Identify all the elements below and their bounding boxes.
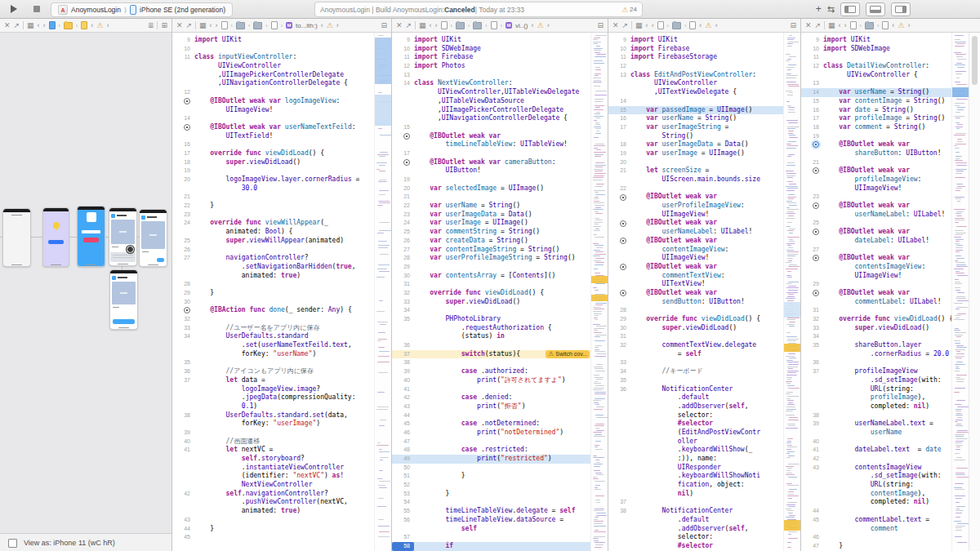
code-line[interactable]: 44 } <box>172 525 374 534</box>
line-number[interactable]: 34 <box>608 367 630 376</box>
line-number[interactable]: 48 <box>392 446 414 455</box>
code-line[interactable]: ,UITableViewDataSource <box>392 97 590 106</box>
code-line[interactable]: fication, object: <box>608 481 783 490</box>
code-line[interactable]: userNameLabel: UILabel! <box>608 228 783 237</box>
line-number[interactable]: 9 <box>392 36 414 45</box>
code-line[interactable]: 16 var date = String() <box>801 106 951 115</box>
code-line[interactable]: animated: Bool) { <box>172 228 374 237</box>
code-line[interactable]: 31 <box>801 306 951 315</box>
storyboard-screen-1[interactable] <box>2 208 31 267</box>
code-line[interactable]: 58 if <box>392 542 590 551</box>
toggle-inspector-button[interactable] <box>891 2 911 16</box>
forward-icon[interactable]: › <box>43 20 46 31</box>
code-line[interactable]: 33 super.viewDidLoad() <box>801 324 951 333</box>
line-number[interactable] <box>172 97 194 106</box>
swift-file-icon[interactable] <box>491 21 497 29</box>
run-button[interactable] <box>5 2 23 16</box>
code-line[interactable]: shareButton: UIButton! <box>801 149 951 158</box>
warning-icon[interactable]: ⚠ <box>705 21 711 29</box>
line-number[interactable]: 35 <box>801 341 823 350</box>
code-line[interactable]: 10import Firebase <box>608 45 783 54</box>
storyboard-screen-5[interactable] <box>139 209 167 267</box>
line-number[interactable]: 32 <box>392 289 414 298</box>
code-line[interactable]: commentLabel: UILabel! <box>801 298 951 307</box>
code-line[interactable]: commentTextView: <box>608 272 783 281</box>
line-number[interactable]: 12 <box>801 62 823 71</box>
code-line[interactable]: 36 <box>392 341 590 350</box>
ib-connection-icon[interactable] <box>403 133 410 140</box>
code-line[interactable]: 56 timeLineTableView.dataSource = <box>392 516 590 525</box>
code-line[interactable]: UITextView! <box>608 280 783 289</box>
code-line[interactable]: animated: true) <box>172 507 374 516</box>
folder-icon[interactable] <box>473 22 482 29</box>
code-line[interactable]: UIImageView! <box>608 211 783 220</box>
code-line[interactable]: contentImage), <box>801 490 951 499</box>
code-line[interactable]: 15 var passedImage = UIImage() <box>608 106 783 115</box>
forward-icon[interactable]: › <box>844 20 847 31</box>
code-line[interactable]: URL(string: <box>801 385 951 394</box>
line-number[interactable]: 28 <box>608 306 630 315</box>
line-number[interactable]: 10 <box>801 45 823 54</box>
code-line[interactable]: 14 var userName = String() <box>801 88 951 97</box>
forward-icon[interactable]: › <box>435 20 438 31</box>
code-line[interactable]: .keyboardWillShow(_ <box>608 446 783 455</box>
line-number[interactable] <box>801 202 823 211</box>
code-line[interactable]: self.storyboard? <box>172 455 374 464</box>
code-line[interactable]: 26 var createData = String() <box>392 237 590 246</box>
line-number[interactable]: 11 <box>608 53 630 62</box>
code-line[interactable]: 44 <box>801 507 951 516</box>
expand-editor-icon[interactable]: ↗ <box>815 20 822 31</box>
view-as-bar[interactable]: View as: iPhone 11 (wC hR) <box>0 533 172 551</box>
code-line[interactable]: @IBOutlet weak var <box>608 219 783 228</box>
ib-connection-icon[interactable] <box>184 124 190 131</box>
line-number[interactable]: 23 <box>172 211 194 220</box>
code-line[interactable]: userNameLabel: UILabel! <box>801 211 951 220</box>
code-line[interactable]: 17 var userImageString = <box>608 123 783 132</box>
code-line[interactable]: 18 var userImageData = Data() <box>608 140 783 149</box>
ib-connection-icon[interactable] <box>813 167 819 174</box>
line-number[interactable]: 15 <box>801 97 823 106</box>
code-line[interactable]: 17 var profileImage = String() <box>801 114 951 123</box>
line-number[interactable]: 46 <box>392 429 414 438</box>
code-line[interactable]: 23 var userImageData = Data() <box>392 211 590 220</box>
code-line[interactable]: 15 var contentImage = String() <box>801 97 951 106</box>
ib-connection-icon[interactable] <box>620 238 626 244</box>
warning-icon[interactable]: ⚠ <box>898 21 904 29</box>
line-number[interactable]: 20 <box>392 184 414 193</box>
code-line[interactable]: 42 <box>801 455 951 464</box>
line-number[interactable]: 31 <box>801 306 823 315</box>
code-line[interactable]: 29 override func viewDidLoad() { <box>608 315 783 324</box>
code-line[interactable]: 9import UIKit <box>608 36 783 45</box>
code-line[interactable]: 10 <box>172 45 374 54</box>
line-number[interactable]: 40 <box>392 376 414 385</box>
line-number[interactable]: 17 <box>392 149 414 158</box>
related-items-icon[interactable]: ▦ <box>27 20 34 31</box>
line-number[interactable] <box>172 123 194 132</box>
code-line[interactable]: 32 override func viewDidLoad() { <box>801 315 951 324</box>
code-line[interactable]: 21 <box>172 193 374 202</box>
code-line[interactable]: 14class NextViewController: <box>392 79 590 88</box>
line-number[interactable] <box>801 254 823 263</box>
line-number[interactable]: 13 <box>801 79 823 88</box>
code-line[interactable]: UIViewController { <box>801 71 951 80</box>
code-line[interactable]: .cornerRadius = 20.0 <box>801 350 951 359</box>
line-number[interactable] <box>801 228 823 237</box>
scheme-name[interactable]: AnoymousLogin <box>71 6 121 14</box>
code-line[interactable]: ,UINavigationControllerDelegate { <box>392 114 590 123</box>
line-number[interactable]: 10 <box>172 45 194 54</box>
code-line[interactable]: .jpegData(compressionQuality: <box>172 393 374 402</box>
code-line[interactable]: 29 } <box>172 289 374 298</box>
code-line[interactable]: 9import UIKit <box>392 36 590 45</box>
code-line[interactable]: 32 override func viewDidLoad() { <box>392 289 590 298</box>
line-number[interactable]: 21 <box>608 167 630 176</box>
code-line[interactable]: .setNavigationBarHidden(true, <box>172 263 374 272</box>
line-number[interactable]: 13 <box>392 71 414 80</box>
back-icon[interactable]: ‹ <box>646 20 648 31</box>
code-line[interactable]: @IBOutlet weak var cameraButton: <box>392 158 590 167</box>
ib-connection-icon[interactable] <box>620 290 626 296</box>
line-number[interactable]: 18 <box>608 140 630 149</box>
code-line[interactable]: ,UINavigationControllerDelegate { <box>172 79 374 88</box>
line-number[interactable]: 16 <box>608 114 630 123</box>
line-number[interactable]: 47 <box>392 438 414 447</box>
code-line[interactable]: 30 <box>172 298 374 307</box>
